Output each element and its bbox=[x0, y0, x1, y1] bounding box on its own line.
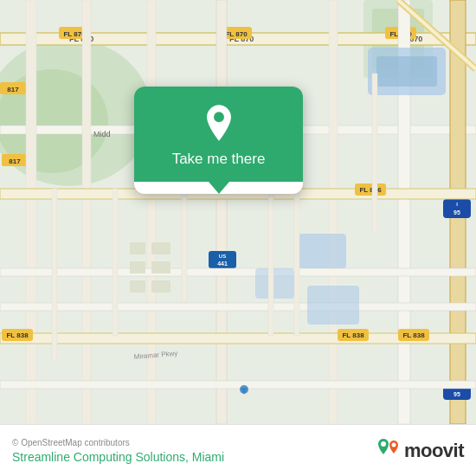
svg-rect-53 bbox=[0, 381, 476, 389]
svg-text:FL 838: FL 838 bbox=[402, 331, 425, 339]
map-pin-icon bbox=[200, 104, 238, 142]
svg-text:US: US bbox=[219, 254, 226, 259]
svg-rect-55 bbox=[376, 56, 437, 87]
svg-text:Midd: Midd bbox=[93, 130, 111, 138]
svg-rect-63 bbox=[130, 280, 145, 293]
map-svg: FL 870 FL 870 FL 870 FL 870 FL 870 FL 87… bbox=[0, 0, 476, 424]
svg-text:95: 95 bbox=[453, 209, 460, 215]
svg-text:441: 441 bbox=[217, 261, 228, 267]
svg-rect-21 bbox=[82, 0, 91, 424]
svg-rect-57 bbox=[255, 268, 294, 299]
copyright-text: © OpenStreetMap contributors bbox=[12, 438, 224, 447]
moovit-logo: moovit bbox=[376, 437, 464, 465]
svg-rect-22 bbox=[147, 0, 156, 424]
svg-text:FL 838: FL 838 bbox=[6, 331, 29, 339]
svg-rect-60 bbox=[151, 242, 170, 254]
svg-text:FL 838: FL 838 bbox=[342, 331, 364, 339]
moovit-text: moovit bbox=[404, 440, 464, 462]
svg-rect-68 bbox=[294, 189, 299, 336]
svg-text:FL 870: FL 870 bbox=[225, 30, 248, 38]
svg-rect-69 bbox=[182, 189, 187, 301]
popup-green-area: Take me there bbox=[134, 87, 303, 182]
moovit-pins-icon bbox=[376, 437, 401, 465]
footer: © OpenStreetMap contributors Streamline … bbox=[0, 424, 476, 476]
svg-rect-61 bbox=[130, 261, 145, 273]
svg-rect-30 bbox=[329, 0, 338, 424]
svg-point-75 bbox=[214, 112, 224, 122]
popup-card[interactable]: Take me there bbox=[134, 87, 303, 194]
svg-rect-20 bbox=[26, 0, 36, 424]
svg-rect-71 bbox=[52, 189, 57, 362]
svg-rect-72 bbox=[372, 74, 377, 234]
popup-triangle bbox=[209, 182, 229, 194]
svg-text:FL 816: FL 816 bbox=[359, 186, 382, 194]
map-container: FL 870 FL 870 FL 870 FL 870 FL 870 FL 87… bbox=[0, 0, 476, 424]
svg-rect-62 bbox=[151, 261, 170, 273]
svg-point-77 bbox=[391, 442, 396, 447]
svg-rect-67 bbox=[268, 189, 273, 336]
svg-text:817: 817 bbox=[7, 86, 19, 93]
popup-label: Take me there bbox=[172, 151, 266, 168]
svg-rect-58 bbox=[307, 286, 359, 325]
svg-rect-51 bbox=[0, 268, 476, 276]
svg-rect-56 bbox=[299, 234, 346, 268]
svg-rect-23 bbox=[216, 0, 227, 424]
svg-rect-64 bbox=[151, 280, 170, 293]
svg-rect-59 bbox=[130, 242, 145, 254]
svg-text:95: 95 bbox=[453, 391, 460, 397]
footer-left: © OpenStreetMap contributors Streamline … bbox=[12, 438, 224, 464]
svg-point-76 bbox=[381, 441, 386, 447]
company-text: Streamline Computing Solutions, Miami bbox=[12, 450, 224, 464]
svg-rect-70 bbox=[113, 189, 118, 336]
svg-text:817: 817 bbox=[9, 158, 21, 165]
svg-rect-52 bbox=[0, 303, 476, 311]
